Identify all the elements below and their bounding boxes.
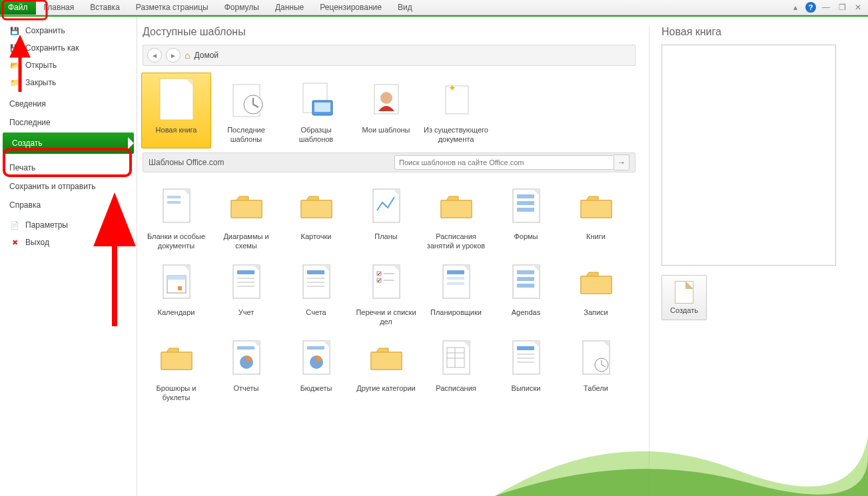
template-recent[interactable]: Последние шаблоны <box>211 73 281 148</box>
category-item[interactable]: Бланки и особые документы <box>141 179 211 255</box>
svg-rect-13 <box>163 189 190 222</box>
category-item[interactable]: Формы <box>491 179 561 255</box>
sidebar-new[interactable]: Создать <box>3 132 134 154</box>
svg-rect-52 <box>447 277 464 280</box>
create-button[interactable]: Создать <box>661 275 707 320</box>
svg-rect-22 <box>517 201 534 205</box>
svg-rect-15 <box>167 196 181 198</box>
ribbon-tab-home[interactable]: Главная <box>36 0 83 15</box>
category-item[interactable]: Другие категории <box>351 331 421 407</box>
sidebar-label: Сохранить <box>25 26 65 35</box>
sidebar-print[interactable]: Печать <box>0 155 137 174</box>
sidebar-open[interactable]: 📂 Открыть <box>0 57 137 74</box>
help-icon[interactable]: ? <box>805 2 816 13</box>
category-item[interactable]: Agendas <box>491 255 561 331</box>
categories-row-2: КалендариУчетСчета✔✔Перечни и списки дел… <box>141 255 636 331</box>
template-label: Образцы шаблонов <box>282 125 350 144</box>
category-item[interactable]: Учет <box>211 255 281 331</box>
category-item[interactable]: ✔✔Перечни и списки дел <box>351 255 421 331</box>
template-samples[interactable]: Образцы шаблонов <box>281 73 351 148</box>
template-label: Последние шаблоны <box>212 125 280 144</box>
sidebar-info[interactable]: Сведения <box>0 91 137 110</box>
search-go-button[interactable]: → <box>614 154 630 170</box>
category-label: Расписания занятий и уроков <box>422 232 490 250</box>
category-item[interactable]: Расписания <box>421 331 491 407</box>
svg-rect-75 <box>517 346 534 350</box>
svg-text:✦: ✦ <box>448 83 456 93</box>
ribbon-tab-view[interactable]: Вид <box>390 0 420 15</box>
svg-rect-58 <box>517 284 534 288</box>
preview-title: Новая книга <box>661 26 856 38</box>
sidebar-close[interactable]: 📁 Закрыть <box>0 74 137 91</box>
category-item[interactable]: Счета <box>281 255 351 331</box>
sidebar-recent[interactable]: Последние <box>0 110 137 128</box>
page-icon <box>675 281 693 304</box>
sidebar-label: Закрыть <box>25 78 56 87</box>
search-input[interactable] <box>394 155 614 170</box>
ribbon-tab-insert[interactable]: Вставка <box>82 0 128 15</box>
sidebar-saveas[interactable]: 💾 Сохранить как <box>0 39 137 57</box>
window-minimize-icon[interactable]: — <box>820 1 832 13</box>
options-icon: 📄 <box>9 220 20 230</box>
sidebar-save[interactable]: 💾 Сохранить <box>0 22 137 39</box>
sidebar-label: Создать <box>12 138 43 148</box>
category-item[interactable]: Карточки <box>281 179 351 255</box>
category-icon <box>153 334 200 381</box>
svg-rect-28 <box>178 286 182 290</box>
category-icon <box>293 182 340 229</box>
breadcrumb-label: Домой <box>194 51 218 60</box>
sidebar-share[interactable]: Сохранить и отправить <box>0 174 137 192</box>
open-icon: 📂 <box>9 60 20 71</box>
category-item[interactable]: Календари <box>141 255 211 331</box>
category-item[interactable]: Планировщики <box>421 255 491 331</box>
category-item[interactable]: Расписания занятий и уроков <box>421 179 491 255</box>
category-label: Планы <box>352 232 420 250</box>
svg-rect-73 <box>513 341 540 374</box>
sidebar-options[interactable]: 📄 Параметры <box>0 216 137 234</box>
svg-rect-57 <box>517 277 534 281</box>
save-icon: 💾 <box>9 25 20 36</box>
category-item[interactable]: Отчеты <box>211 331 281 407</box>
category-icon <box>503 182 550 229</box>
ribbon-minimize-icon[interactable]: ▴ <box>789 1 801 13</box>
category-label: Бюджеты <box>282 383 350 402</box>
svg-rect-8 <box>314 103 330 112</box>
category-label: Выписки <box>492 383 560 402</box>
category-label: Учет <box>212 308 280 326</box>
category-icon <box>293 258 340 305</box>
category-item[interactable]: Табели <box>561 331 631 407</box>
category-label: Книги <box>562 232 630 250</box>
sidebar-help[interactable]: Справка <box>0 192 137 211</box>
svg-rect-0 <box>160 79 193 120</box>
category-item[interactable]: Брошюры и буклеты <box>141 331 211 407</box>
category-item[interactable]: Бюджеты <box>281 331 351 407</box>
svg-rect-21 <box>517 194 534 198</box>
template-from-existing[interactable]: ✦ Из существую­щего документа <box>421 73 491 148</box>
ribbon-tab-formulas[interactable]: Формулы <box>217 0 267 15</box>
category-item[interactable]: Записи <box>561 255 631 331</box>
ribbon-tab-data[interactable]: Данные <box>267 0 312 15</box>
ribbon-tab-review[interactable]: Рецензирование <box>312 0 390 15</box>
svg-rect-49 <box>443 265 470 298</box>
category-item[interactable]: Диаграммы и схемы <box>211 179 281 255</box>
ribbon-tab-pagelayout[interactable]: Разметка страницы <box>128 0 217 15</box>
svg-point-10 <box>380 92 392 104</box>
nav-back-button[interactable]: ◄ <box>147 48 162 63</box>
category-item[interactable]: Книги <box>561 179 631 255</box>
home-icon[interactable]: ⌂ <box>185 50 190 61</box>
category-item[interactable]: Выписки <box>491 331 561 407</box>
nav-forward-button[interactable]: ► <box>166 48 181 63</box>
category-item[interactable]: Планы <box>351 179 421 255</box>
category-icon <box>223 334 270 381</box>
preview-pane <box>661 45 836 266</box>
category-icon <box>503 258 550 305</box>
template-new-workbook[interactable]: Новая книга <box>141 73 211 148</box>
window-close-icon[interactable]: ✕ <box>852 1 864 13</box>
ribbon-tab-file[interactable]: Файл <box>0 0 36 15</box>
template-my[interactable]: Мои шаблоны <box>351 73 421 148</box>
sidebar-exit[interactable]: ✖ Выход <box>0 234 137 251</box>
category-label: Бланки и особые документы <box>142 232 211 250</box>
window-restore-icon[interactable]: ❐ <box>836 1 848 13</box>
page-title: Доступные шаблоны <box>143 26 636 38</box>
svg-rect-16 <box>167 201 181 204</box>
